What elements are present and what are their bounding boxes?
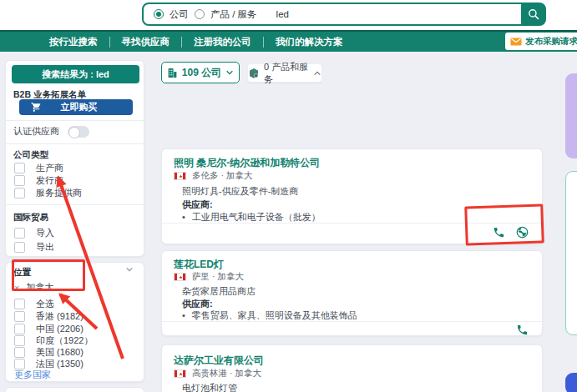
filter-hong-kong[interactable]: 香港 (9182) xyxy=(14,310,84,323)
building-icon xyxy=(167,68,178,78)
divider xyxy=(6,204,144,205)
checkbox[interactable] xyxy=(14,163,25,173)
nav-our-solutions[interactable]: 我们的解决方案 xyxy=(264,36,355,48)
filter-india[interactable]: 印度（1922） xyxy=(14,334,93,347)
divider xyxy=(162,321,542,322)
location-title: 位置 xyxy=(13,267,31,279)
sidebar-filters-card: 搜索结果为 : led B2B 业务拓展名单 立即购买 认证供应商 公司类型 生… xyxy=(5,60,144,257)
checkbox[interactable] xyxy=(14,299,25,309)
supplier-label: 供应商: xyxy=(182,298,213,310)
cutoff-widget-lavender[interactable] xyxy=(565,73,577,158)
post-buying-request-label: 发布采购请求 xyxy=(525,36,577,48)
checkbox[interactable] xyxy=(14,324,25,334)
checkbox[interactable] xyxy=(14,228,25,239)
filter-distributor[interactable]: 发行商 xyxy=(14,174,63,187)
company-listing-card: 达萨尔工业有限公司 高贵林港 · 加拿大 电灯泡和灯管 xyxy=(161,344,543,392)
company-name-link[interactable]: 达萨尔工业有限公司 xyxy=(174,354,264,368)
checkbox[interactable] xyxy=(14,188,25,199)
envelope-icon xyxy=(510,38,522,46)
nav-find-suppliers[interactable]: 寻找供应商 xyxy=(110,36,182,48)
search-results-header: 搜索结果为 : led xyxy=(12,65,139,83)
company-location-row: 高贵林港 · 加拿大 xyxy=(174,368,261,379)
company-name-link[interactable]: 照明 桑尼尔-纳尔逊和加勒特公司 xyxy=(174,156,320,170)
company-name-link[interactable]: 莲花LED灯 xyxy=(174,258,224,272)
verified-supplier-label: 认证供应商 xyxy=(13,125,59,138)
sidebar-location-card: 位置 × 加拿大 全选 香港 (9182) 中国 (2206) 印度（1922）… xyxy=(5,262,144,382)
product-service-radio-label[interactable]: 产品 / 服务 xyxy=(210,8,257,21)
filter-select-all[interactable]: 全选 xyxy=(14,298,54,310)
buy-now-label: 立即购买 xyxy=(42,101,116,113)
divider xyxy=(6,143,144,144)
sidebar-collapsed-section xyxy=(5,387,144,392)
more-countries-link[interactable]: 更多国家 xyxy=(14,369,51,381)
company-location-row: 多伦多 · 加拿大 xyxy=(174,170,252,182)
cutoff-widget-blue[interactable] xyxy=(565,373,577,392)
canada-flag-icon xyxy=(174,273,186,281)
search-results-page: 公司 产品 / 服务 led 按行业搜索 寻找供应商 注册我的公司 我们的解决方… xyxy=(0,0,577,392)
company-industry: 电灯泡和灯管 xyxy=(182,382,237,392)
product-service-radio[interactable] xyxy=(195,9,205,19)
phone-icon[interactable] xyxy=(493,226,505,239)
canada-flag-icon xyxy=(174,172,186,180)
divider xyxy=(162,223,542,224)
checkbox[interactable] xyxy=(14,335,25,346)
company-listing-card: 莲花LED灯 萨里 · 加拿大 杂货家居用品商店 供应商: 零售贸易、家具、照明… xyxy=(161,250,543,336)
companies-count-label: 109 公司 xyxy=(182,66,221,80)
chevron-down-icon xyxy=(225,68,234,77)
divider xyxy=(6,120,144,121)
international-trade-title: 国际贸易 xyxy=(13,212,48,224)
filter-import[interactable]: 导入 xyxy=(14,227,54,239)
search-input[interactable]: led xyxy=(276,9,289,19)
supplier-label: 供应商: xyxy=(182,199,213,211)
filter-china[interactable]: 中国 (2206) xyxy=(14,323,84,335)
search-button[interactable] xyxy=(521,3,545,25)
checkbox[interactable] xyxy=(14,311,25,322)
canada-flag-icon xyxy=(174,369,186,378)
search-box: 公司 产品 / 服务 led xyxy=(142,3,546,26)
verified-supplier-toggle[interactable] xyxy=(68,126,89,138)
filter-export[interactable]: 导出 xyxy=(14,241,54,254)
products-icon xyxy=(248,68,260,79)
company-radio[interactable] xyxy=(154,9,164,19)
company-location-row: 萨里 · 加拿大 xyxy=(174,271,244,283)
filter-manufacturer[interactable]: 生产商 xyxy=(14,162,63,174)
top-search-bar: 公司 产品 / 服务 led xyxy=(0,0,577,30)
company-industry: 杂货家居用品商店 xyxy=(182,285,256,298)
products-services-count-label: 0 产品和服务 xyxy=(264,61,309,86)
checkbox[interactable] xyxy=(14,242,25,253)
selected-country-tag-canada[interactable]: × 加拿大 xyxy=(14,281,53,294)
nav-register-company[interactable]: 注册我的公司 xyxy=(182,36,263,48)
company-radio-label[interactable]: 公司 xyxy=(170,8,189,21)
main-navbar: 按行业搜索 寻找供应商 注册我的公司 我们的解决方案 xyxy=(0,30,577,52)
supply-item: 零售贸易、家具、照明设备及其他装饰品 xyxy=(182,309,357,322)
supply-item: 工业用电气和电子设备（批发） xyxy=(182,211,321,224)
company-industry: 照明灯具-供应及零件-制造商 xyxy=(182,185,298,198)
chevron-down-icon[interactable] xyxy=(125,265,134,275)
companies-count-button[interactable]: 109 公司 xyxy=(161,62,240,83)
buy-now-button[interactable]: 立即购买 xyxy=(19,99,133,115)
cart-icon xyxy=(31,102,42,113)
phone-icon[interactable] xyxy=(516,324,529,336)
products-services-count-button[interactable]: 0 产品和服务 xyxy=(247,63,322,83)
cutoff-widget-teal-outline[interactable] xyxy=(565,171,577,335)
website-globe-icon[interactable] xyxy=(516,226,529,239)
company-type-title: 公司类型 xyxy=(13,149,48,161)
chevron-up-icon xyxy=(313,69,321,78)
company-listing-card: 照明 桑尼尔-纳尔逊和加勒特公司 多伦多 · 加拿大 照明灯具-供应及零件-制造… xyxy=(161,148,543,244)
nav-search-by-industry[interactable]: 按行业搜索 xyxy=(38,36,109,48)
search-icon xyxy=(527,8,540,21)
checkbox[interactable] xyxy=(14,175,25,186)
filter-usa[interactable]: 美国 (1680) xyxy=(14,346,84,359)
contact-actions xyxy=(516,324,529,336)
post-buying-request-button[interactable]: 发布采购请求 xyxy=(505,33,577,50)
checkbox[interactable] xyxy=(14,347,25,358)
remove-tag-icon[interactable]: × xyxy=(14,283,19,293)
contact-actions xyxy=(493,226,529,239)
filter-service-provider[interactable]: 服务提供商 xyxy=(14,187,82,199)
